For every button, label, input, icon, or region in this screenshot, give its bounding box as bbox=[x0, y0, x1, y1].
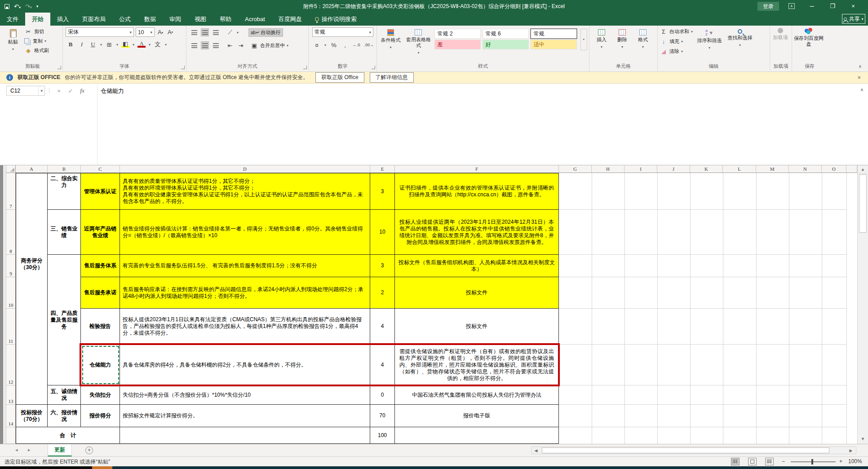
row-header-8[interactable]: 8 bbox=[6, 210, 16, 255]
tab-page-layout[interactable]: 页面布局 bbox=[75, 13, 112, 26]
sort-filter-button[interactable]: AZ▼ 排序和筛选 ▾ bbox=[695, 27, 723, 59]
col-header-G[interactable]: G bbox=[559, 165, 592, 173]
style-normal[interactable]: 常规 bbox=[531, 29, 577, 39]
page-break-view-icon[interactable] bbox=[765, 458, 774, 465]
col-header-I[interactable]: I bbox=[624, 165, 657, 173]
minimize-button[interactable]: ─ bbox=[804, 0, 819, 13]
cell-D14[interactable]: 按招标文件规定计算报价得分。 bbox=[120, 405, 370, 427]
zoom-slider[interactable] bbox=[791, 461, 836, 462]
cancel-entry-icon[interactable]: × bbox=[53, 86, 65, 96]
scroll-right-icon[interactable]: ▶ bbox=[847, 448, 855, 453]
tab-view[interactable]: 视图 bbox=[188, 13, 213, 26]
row-header-15[interactable] bbox=[6, 427, 16, 444]
style-normal-6[interactable]: 常规 6 bbox=[483, 29, 529, 39]
horizontal-scrollbar[interactable]: ◀ ▶ bbox=[531, 447, 856, 454]
cell-F15[interactable] bbox=[395, 427, 559, 444]
align-center-icon[interactable] bbox=[201, 41, 209, 49]
scroll-up-icon[interactable]: ▲ bbox=[858, 165, 868, 173]
italic-button[interactable]: I bbox=[78, 40, 86, 49]
cell-C13[interactable]: 失信扣分 bbox=[81, 385, 120, 405]
sheet-tab-active[interactable]: 更新 bbox=[48, 444, 72, 456]
tab-help[interactable]: 帮助 bbox=[213, 13, 238, 26]
cell-C10[interactable]: 售后服务承诺 bbox=[81, 277, 120, 309]
name-box[interactable]: C12 ▾ bbox=[6, 86, 45, 96]
cell-C8[interactable]: 近两年产品销售业绩 bbox=[81, 210, 120, 255]
comma-style-icon[interactable]: , bbox=[341, 41, 349, 49]
align-top-icon[interactable] bbox=[190, 28, 198, 36]
fill-button[interactable]: ↓填充 ▾ bbox=[660, 37, 693, 46]
find-select-button[interactable]: 查找和选择 ▾ bbox=[726, 27, 754, 59]
get-genuine-office-button[interactable]: 获取正版 Office bbox=[315, 72, 364, 83]
col-header-D[interactable]: D bbox=[120, 165, 370, 173]
cell-B9-quality-section[interactable]: 四、产品质量及售后服务 bbox=[48, 255, 81, 385]
increase-indent-icon[interactable]: ⇥ bbox=[237, 41, 245, 49]
merge-center-button[interactable]: ▣ 合并后居中 ▾ bbox=[250, 41, 288, 50]
alignment-dialog-launcher-icon[interactable] bbox=[303, 66, 307, 69]
cell-C12-active[interactable]: 仓储能力 bbox=[81, 345, 120, 385]
font-family-combo[interactable]: 宋体▾ bbox=[66, 27, 134, 37]
cell-F9[interactable]: 投标文件（售后服务组织机构图、人员构成基本情况及相关制度文本） bbox=[395, 255, 559, 277]
cell-D10[interactable]: 售后服务响应承诺：在接到需方反映的产品问题信息后，承诺24小时内派人到现场处理问… bbox=[120, 277, 370, 309]
cell-E15[interactable]: 100 bbox=[370, 427, 395, 444]
prev-sheet-icon[interactable]: ◂ bbox=[15, 447, 18, 453]
cell-D7[interactable]: 具有有效的质量管理体系认证证书得1分，其它不得分； 具有有效的环境管理体系认证证… bbox=[120, 173, 370, 210]
fill-color-icon[interactable]: ◧ bbox=[121, 41, 129, 48]
borders-icon[interactable]: ⊞ bbox=[105, 40, 113, 49]
col-header-J[interactable]: J bbox=[657, 165, 690, 173]
tell-me-search[interactable]: 操作说明搜索 bbox=[315, 13, 357, 26]
cell-E13[interactable]: 0 bbox=[370, 385, 395, 405]
cell-B13[interactable]: 五、诚信情况 bbox=[48, 385, 81, 405]
align-left-icon[interactable] bbox=[190, 41, 198, 49]
row-header-12[interactable]: 12 bbox=[6, 345, 16, 385]
horizontal-scroll-thumb[interactable] bbox=[542, 447, 829, 453]
col-header-C[interactable]: C bbox=[81, 165, 120, 173]
cell-F14[interactable]: 报价电子版 bbox=[395, 405, 559, 427]
number-dialog-launcher-icon[interactable] bbox=[372, 66, 375, 69]
cell-D13[interactable]: 失信扣分=商务分值（不含报价分值）*10%*失信分/10 bbox=[120, 385, 370, 405]
conditional-formatting-button[interactable]: 条件格式 ▾ bbox=[379, 27, 403, 59]
confirm-entry-icon[interactable]: ✓ bbox=[65, 86, 76, 96]
wrap-text-button[interactable]: ab↵自动换行 bbox=[246, 28, 286, 37]
row-header-7[interactable]: 7 bbox=[6, 173, 16, 210]
bold-button[interactable]: B bbox=[66, 40, 75, 49]
select-all-corner[interactable] bbox=[6, 165, 16, 173]
tab-file[interactable]: 文件 bbox=[0, 13, 25, 26]
col-header-E[interactable]: E bbox=[370, 165, 395, 173]
style-neutral[interactable]: 适中 bbox=[531, 40, 577, 49]
cell-F13[interactable]: 中国石油天然气集团有限公司投标人失信行为管理办法 bbox=[395, 385, 559, 405]
row-header-11[interactable]: 11 bbox=[6, 309, 16, 345]
col-header-L[interactable]: L bbox=[723, 165, 756, 173]
tab-data[interactable]: 数据 bbox=[137, 13, 163, 26]
cell-D9[interactable]: 有完善的专业售后服务队伍得1.5分、 有完善的售后服务制度得1.5分；没有不得分 bbox=[120, 255, 370, 277]
decrease-decimal-icon[interactable]: .00→ bbox=[364, 43, 374, 47]
collapse-formula-bar-icon[interactable]: ∧ bbox=[860, 87, 864, 92]
row-header-13[interactable]: 13 bbox=[6, 385, 16, 405]
underline-button[interactable]: U bbox=[89, 40, 97, 49]
cell-B8[interactable]: 三、销售业绩 bbox=[48, 210, 81, 255]
insert-function-icon[interactable]: fx bbox=[76, 86, 88, 96]
delete-cells-button[interactable]: 删除 ▾ bbox=[614, 27, 631, 59]
scroll-down-icon[interactable]: ▼ bbox=[858, 435, 868, 443]
cell-E9[interactable]: 3 bbox=[370, 255, 395, 277]
cell-F12[interactable]: 需提供仓储设施的产权证明文件（自有）或有效的租赁协议及出租方产权证明文件（租赁）… bbox=[395, 345, 559, 385]
format-as-table-button[interactable]: 套用表格格式 ▾ bbox=[405, 27, 432, 59]
col-header-B[interactable]: B bbox=[48, 165, 81, 173]
cell-F10[interactable]: 投标文件 bbox=[395, 277, 559, 309]
cell-D8[interactable]: 销售业绩得分按插值法计算：销售业绩排名第一者，得满分；无销售业绩者，得0分。其余… bbox=[120, 210, 370, 255]
format-cells-button[interactable]: 格式 ▾ bbox=[634, 27, 651, 59]
chevron-down-icon[interactable]: ▾ bbox=[100, 43, 102, 47]
cell-C11[interactable]: 检验报告 bbox=[81, 309, 120, 345]
cell-F7[interactable]: 证书扫描件，提供本企业有效的管理体系认证证书，并附清晰的扫描件及查询网站（htt… bbox=[395, 173, 559, 210]
tab-review[interactable]: 审阅 bbox=[163, 13, 188, 26]
cell-E14[interactable]: 70 bbox=[370, 405, 395, 427]
gallery-scroll[interactable]: ▾ bbox=[580, 29, 587, 50]
col-header-M[interactable]: M bbox=[756, 165, 789, 173]
font-dialog-launcher-icon[interactable] bbox=[181, 66, 185, 69]
login-button[interactable]: 登录 bbox=[757, 2, 779, 11]
cell-F8[interactable]: 投标人业绩提供近两年（2023年1月1日至2024年12月31日）本包产品的销售… bbox=[395, 210, 559, 255]
cell-F11[interactable]: 投标文件 bbox=[395, 309, 559, 345]
vertical-scroll-thumb[interactable] bbox=[859, 174, 867, 233]
align-right-icon[interactable] bbox=[212, 41, 220, 49]
cell-B14[interactable]: 六、报价情况 bbox=[48, 405, 81, 427]
zoom-out-icon[interactable]: − bbox=[782, 458, 785, 465]
